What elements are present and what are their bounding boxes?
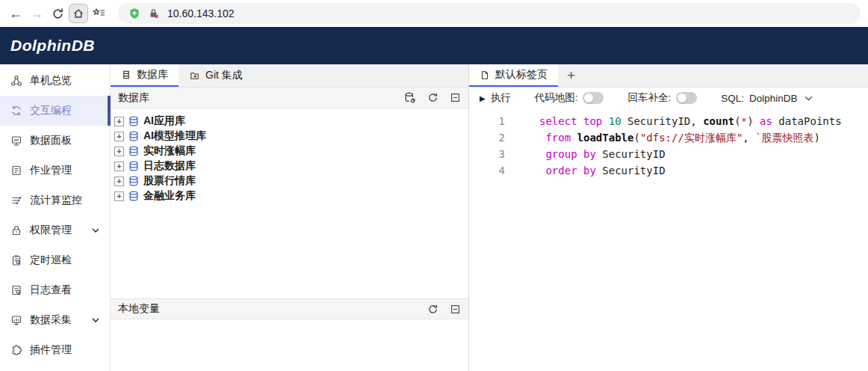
code-token: * <box>741 115 747 127</box>
dashboard-board-icon <box>10 135 22 147</box>
home-icon[interactable] <box>69 4 88 23</box>
job-list-icon <box>10 165 22 177</box>
code-line[interactable]: 3 group by SecurityID <box>469 146 868 162</box>
tree-item-database[interactable]: + 股票行情库 <box>114 174 468 188</box>
sidebar-item-job-management[interactable]: 作业管理 <box>0 156 110 186</box>
panel-title: 数据库 <box>118 91 149 105</box>
sidebar-item-label: 流计算监控 <box>30 194 82 207</box>
sidebar-item-label: 权限管理 <box>30 224 72 237</box>
sidebar-item-label: 作业管理 <box>30 164 72 177</box>
database-icon <box>128 190 140 202</box>
back-icon[interactable]: ← <box>6 4 25 23</box>
editor-panel: 默认标签页 + ▶ 执行 代码地图: 回车补全: SQL: DolphinDB <box>469 64 868 371</box>
extension-shield-icon[interactable] <box>128 7 140 19</box>
tree-item-database[interactable]: + 实时涨幅库 <box>114 144 468 159</box>
code-token: ) <box>747 115 760 127</box>
code-map-label: 代码地图: <box>535 91 578 105</box>
tree-item-database[interactable]: + 金融业务库 <box>114 188 468 203</box>
line-number: 3 <box>469 146 505 162</box>
database-icon <box>128 130 140 142</box>
code-token: order by <box>539 165 602 177</box>
sidebar-item-label: 定时巡检 <box>30 254 72 267</box>
sidebar-item-stream-monitor[interactable]: 流计算监控 <box>0 186 110 215</box>
monitor-chart-icon <box>10 314 22 326</box>
forward-icon[interactable]: → <box>27 4 46 23</box>
refresh-icon[interactable] <box>427 92 438 103</box>
expand-plus-icon[interactable]: + <box>114 117 124 126</box>
expand-plus-icon[interactable]: + <box>114 132 124 141</box>
code-token: SecurityID, <box>621 115 704 127</box>
sidebar-item-dashboard[interactable]: 数据面板 <box>0 126 110 156</box>
sidebar-item-permission[interactable]: 权限管理 <box>0 215 110 245</box>
code-line[interactable]: 2 from loadTable("dfs://实时涨幅库", `股票快照表) <box>469 129 868 146</box>
refresh-icon[interactable] <box>427 304 438 315</box>
code-line[interactable]: 4 order by SecurityID <box>469 162 868 179</box>
code-line[interactable]: 1select top 10 SecurityID, count(*) as d… <box>469 113 868 129</box>
code-token: count <box>703 115 734 127</box>
run-button[interactable]: ▶ 执行 <box>480 91 511 105</box>
collapse-icon[interactable] <box>450 304 461 315</box>
database-icon <box>128 115 140 127</box>
insecure-lock-icon[interactable] <box>148 7 160 19</box>
tab-default[interactable]: 默认标签页 <box>469 64 558 87</box>
refresh-icon[interactable] <box>48 4 67 23</box>
sidebar-item-scheduled-inspection[interactable]: 定时巡检 <box>0 245 110 275</box>
tree-item-database[interactable]: + AI模型推理库 <box>114 129 468 144</box>
chevron-down-icon[interactable] <box>92 228 99 233</box>
code-text: select top 10 SecurityID, count(*) as da… <box>505 113 842 129</box>
code-token: ( <box>633 132 639 144</box>
run-label: 执行 <box>491 91 511 105</box>
url-text[interactable]: 10.60.143.102 <box>167 7 235 19</box>
tree-item-label: 股票行情库 <box>143 174 196 188</box>
sidebar-item-data-collection[interactable]: 数据采集 <box>0 305 110 335</box>
sidebar-item-plugin-management[interactable]: 插件管理 <box>0 335 110 365</box>
tree-item-label: 实时涨幅库 <box>143 144 196 158</box>
tab-git-integration[interactable]: Git 集成 <box>179 64 253 87</box>
lock-icon <box>10 224 22 236</box>
document-search-icon <box>10 284 22 296</box>
code-text: group by SecurityID <box>505 146 666 162</box>
expand-plus-icon[interactable]: + <box>114 162 124 171</box>
chevron-down-icon[interactable] <box>92 318 99 322</box>
file-tab-icon <box>480 70 490 81</box>
code-map-toggle[interactable] <box>583 92 604 104</box>
code-token: loadTable <box>577 132 634 144</box>
local-variables-body <box>111 319 468 371</box>
enter-complete-toggle[interactable] <box>676 92 697 104</box>
tab-label: 默认标签页 <box>495 68 548 82</box>
bookmarks-icon[interactable] <box>90 4 109 23</box>
enter-complete-label: 回车补全: <box>627 91 671 105</box>
tab-label: Git 集成 <box>205 69 243 82</box>
code-token: `股票快照表 <box>755 132 813 144</box>
tree-item-database[interactable]: + AI应用库 <box>114 114 468 129</box>
database-tree: + AI应用库 + <box>111 108 468 298</box>
stream-lines-icon <box>10 194 22 206</box>
expand-plus-icon[interactable]: + <box>114 191 124 201</box>
collapse-all-icon[interactable] <box>450 92 461 103</box>
database-icon <box>128 175 140 187</box>
panel-title: 本地变量 <box>118 302 160 316</box>
sql-label: SQL: <box>721 93 744 104</box>
dolphindb-logo: DolphinDB <box>10 37 95 55</box>
code-token: as <box>760 115 772 127</box>
database-panel-header: 数据库 <box>111 88 468 108</box>
address-bar[interactable]: 10.60.143.102 <box>118 3 861 24</box>
code-token: ( <box>734 115 740 127</box>
database-icon <box>128 160 140 172</box>
code-token: "dfs://实时涨幅库" <box>640 132 743 144</box>
sql-dialect-dropdown[interactable]: SQL: DolphinDB <box>721 93 812 104</box>
code-editor[interactable]: 1select top 10 SecurityID, count(*) as d… <box>469 108 868 371</box>
tab-label: 数据库 <box>137 68 168 82</box>
tree-item-database[interactable]: + 日志数据库 <box>114 159 468 174</box>
expand-plus-icon[interactable]: + <box>114 177 124 186</box>
database-reload-icon[interactable] <box>403 91 416 104</box>
play-icon: ▶ <box>480 94 486 102</box>
tree-item-label: AI模型推理库 <box>143 129 206 143</box>
sidebar-item-interactive-programming[interactable]: 交互编程 <box>0 96 110 126</box>
new-tab-button[interactable]: + <box>558 64 584 87</box>
tab-database[interactable]: 数据库 <box>111 64 179 87</box>
sidebar-item-log-viewer[interactable]: 日志查看 <box>0 275 110 305</box>
expand-plus-icon[interactable]: + <box>114 147 124 156</box>
editor-toolbar: ▶ 执行 代码地图: 回车补全: SQL: DolphinDB <box>469 88 868 108</box>
sidebar-item-overview[interactable]: 单机总览 <box>0 66 110 96</box>
